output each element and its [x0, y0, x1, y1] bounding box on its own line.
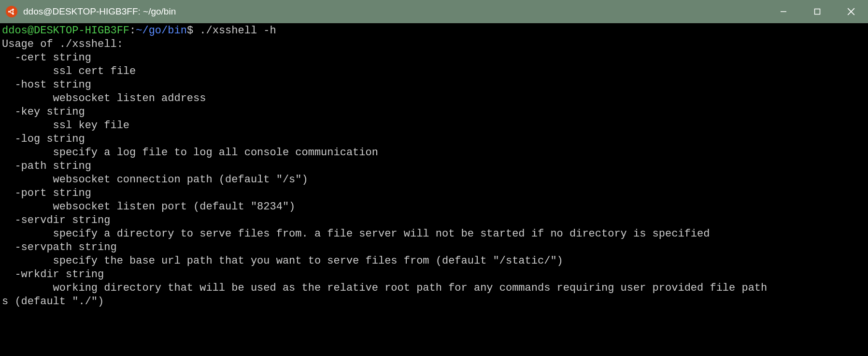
output-line: -host string [2, 79, 91, 91]
output-line: specify a directory to serve files from.… [2, 228, 710, 240]
command-text: ./xsshell -h [193, 25, 276, 37]
prompt-colon: : [129, 25, 136, 37]
svg-rect-4 [815, 9, 820, 15]
prompt-path: ~/go/bin [136, 25, 187, 37]
window-title: ddos@DESKTOP-HIGB3FF: ~/go/bin [23, 6, 767, 17]
output-line: websocket listen port (default "8234") [2, 201, 295, 213]
title-bar: ddos@DESKTOP-HIGB3FF: ~/go/bin [0, 0, 868, 23]
output-line: websocket connection path (default "/s") [2, 174, 308, 186]
output-line: -servdir string [2, 214, 110, 226]
output-line: -path string [2, 160, 91, 172]
maximize-button[interactable] [800, 0, 834, 23]
svg-point-0 [8, 11, 10, 13]
window-controls [767, 0, 868, 23]
output-line: -port string [2, 187, 91, 199]
output-line: -cert string [2, 52, 91, 64]
output-line: s (default "./") [2, 296, 104, 308]
prompt-user-host: ddos@DESKTOP-HIGB3FF [2, 25, 129, 37]
ubuntu-icon [6, 6, 17, 17]
output-line: Usage of ./xsshell: [2, 38, 123, 50]
minimize-button[interactable] [767, 0, 800, 23]
close-button[interactable] [834, 0, 868, 23]
output-line: -log string [2, 133, 85, 145]
output-line: websocket listen address [2, 92, 206, 104]
output-line: -key string [2, 106, 85, 118]
output-line: -servpath string [2, 241, 117, 253]
output-line: -wrkdir string [2, 268, 104, 281]
output-line: ssl key file [2, 119, 129, 132]
prompt-symbol: $ [187, 25, 193, 37]
output-line: specify a log file to log all console co… [2, 147, 378, 159]
terminal-body[interactable]: ddos@DESKTOP-HIGB3FF:~/go/bin$ ./xsshell… [0, 23, 868, 310]
output-line: working directory that will be used as t… [2, 282, 767, 294]
output-line: ssl cert file [2, 65, 136, 77]
output-line: specify the base url path that you want … [2, 255, 563, 267]
